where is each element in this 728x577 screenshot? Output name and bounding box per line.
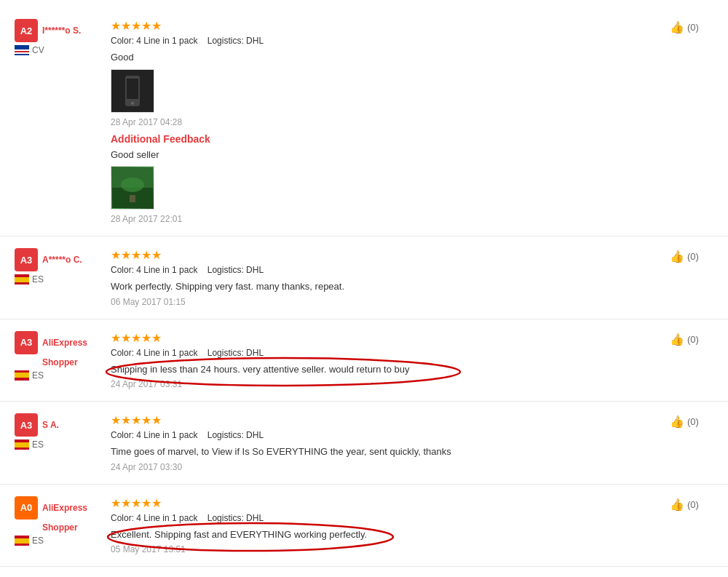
flag-icon [15, 45, 29, 55]
logistics-value: DHL [246, 348, 264, 358]
review-content: ★ ★ ★ ★ ★ Color: 4 Line in 1 pack Logist… [102, 331, 670, 390]
color-value: 4 Line in 1 pack [136, 265, 197, 275]
helpful-count: (0) [687, 499, 699, 510]
helpful-section[interactable]: 👍 (0) [670, 413, 713, 472]
review-text: Shipping in less than 24 hours. very att… [111, 362, 661, 377]
color-value: 4 Line in 1 pack [136, 348, 197, 358]
flag-icon [15, 536, 29, 546]
avatar: A3 [15, 331, 38, 354]
star: ★ [121, 19, 131, 33]
color-value: 4 Line in 1 pack [136, 36, 197, 46]
review-meta: Color: 4 Line in 1 pack Logistics: DHL [111, 265, 661, 275]
review-content: ★ ★ ★ ★ ★ Color: 4 Line in 1 pack Logist… [102, 496, 670, 555]
reviewer-name-row: A0 AliExpress [15, 496, 102, 520]
star: ★ [131, 331, 141, 345]
helpful-section[interactable]: 👍 (0) [670, 496, 713, 555]
star: ★ [121, 413, 131, 427]
country-code: ES [32, 274, 44, 284]
review-meta: Color: 4 Line in 1 pack Logistics: DHL [111, 36, 661, 46]
review-item: A0 AliExpress Shopper ES ★ ★ ★ ★ ★ Color… [0, 485, 728, 568]
thumbs-up-icon: 👍 [670, 498, 684, 512]
color-value: 4 Line in 1 pack [136, 430, 197, 440]
color-label: Color: [111, 513, 136, 523]
stars-row: ★ ★ ★ ★ ★ [111, 331, 661, 345]
helpful-count: (0) [687, 416, 699, 427]
star-half: ★ [151, 496, 162, 510]
helpful-button[interactable]: 👍 (0) [670, 333, 699, 346]
stars-row: ★ ★ ★ ★ ★ [111, 248, 661, 262]
star: ★ [121, 496, 131, 510]
star: ★ [121, 248, 131, 262]
flag-icon [15, 370, 29, 381]
star: ★ [121, 331, 131, 345]
review-meta: Color: 4 Line in 1 pack Logistics: DHL [111, 513, 661, 523]
helpful-count: (0) [687, 251, 699, 262]
reviewer-info: A0 AliExpress Shopper ES [15, 496, 102, 555]
reviewer-info: A3 S A. ES [15, 413, 102, 472]
star: ★ [111, 496, 121, 510]
thumbs-up-icon: 👍 [670, 20, 684, 34]
review-date: 24 Apr 2017 03:30 [111, 462, 661, 472]
svg-point-5 [121, 178, 144, 192]
reviewer-country: CV [15, 45, 102, 55]
logistics-value: DHL [246, 265, 264, 275]
review-item: A3 AliExpress Shopper ES ★ ★ ★ ★ ★ Color… [0, 319, 728, 402]
reviews-container: A2 I******o S. CV ★ ★ ★ ★ ★ Color: 4 Lin… [0, 0, 728, 574]
svg-rect-1 [127, 79, 138, 99]
review-content: ★ ★ ★ ★ ★ Color: 4 Line in 1 pack Logist… [102, 248, 670, 307]
review-image [111, 69, 154, 113]
helpful-button[interactable]: 👍 (0) [670, 415, 699, 429]
review-content: ★ ★ ★ ★ ★ Color: 4 Line in 1 pack Logist… [102, 19, 670, 224]
review-text: Work perfectly. Shipping very fast. many… [111, 279, 661, 294]
review-text: Excellent. Shipping fast and EVERYTHING … [111, 528, 661, 542]
reviewer-country: ES [15, 536, 102, 546]
additional-feedback-image [111, 166, 154, 210]
reviewer-name-row: A2 I******o S. [15, 19, 102, 42]
helpful-button[interactable]: 👍 (0) [670, 498, 699, 512]
reviewer-name-row: A3 A*****o C. [15, 248, 102, 271]
reviewer-info: A2 I******o S. CV [15, 19, 102, 224]
stars-row: ★ ★ ★ ★ ★ [111, 496, 661, 510]
helpful-section[interactable]: 👍 (0) [670, 19, 713, 224]
logistics-label: Logistics: [207, 513, 246, 523]
reviewer-name: AliExpress [42, 338, 87, 348]
color-label: Color: [111, 36, 136, 46]
helpful-section[interactable]: 👍 (0) [670, 331, 713, 390]
stars-row: ★ ★ ★ ★ ★ [111, 413, 661, 427]
reviewer-name: AliExpress [42, 503, 87, 513]
logistics-value: DHL [246, 430, 264, 440]
review-date: 06 May 2017 01:15 [111, 297, 661, 307]
additional-feedback-text: Good seller [111, 148, 661, 162]
country-code: CV [32, 45, 44, 55]
color-label: Color: [111, 430, 136, 440]
helpful-count: (0) [687, 22, 699, 33]
star: ★ [141, 496, 151, 510]
review-content: ★ ★ ★ ★ ★ Color: 4 Line in 1 pack Logist… [102, 413, 670, 472]
logistics-value: DHL [246, 36, 264, 46]
helpful-button[interactable]: 👍 (0) [670, 250, 699, 263]
review-date: 24 Apr 2017 03:31 [111, 379, 661, 389]
review-item: A3 A*****o C. ES ★ ★ ★ ★ ★ Color: 4 Line… [0, 236, 728, 319]
star-half: ★ [151, 413, 162, 427]
thumbs-up-icon: 👍 [670, 333, 684, 346]
avatar: A0 [15, 496, 38, 520]
review-item: A2 I******o S. CV ★ ★ ★ ★ ★ Color: 4 Lin… [0, 7, 728, 236]
helpful-section[interactable]: 👍 (0) [670, 248, 713, 307]
star-half: ★ [151, 248, 162, 262]
reviewer-name-second-line: Shopper [15, 357, 102, 367]
avatar: A2 [15, 19, 38, 42]
star: ★ [141, 413, 151, 427]
helpful-button[interactable]: 👍 (0) [670, 20, 699, 34]
helpful-count: (0) [687, 334, 699, 345]
additional-feedback-date: 28 Apr 2017 22:01 [111, 214, 661, 224]
reviewer-name-row: A3 AliExpress [15, 331, 102, 354]
logistics-label: Logistics: [207, 348, 246, 358]
thumbs-up-icon: 👍 [670, 250, 684, 263]
color-label: Color: [111, 265, 136, 275]
star: ★ [131, 19, 141, 33]
star: ★ [111, 331, 121, 345]
reviewer-name: S A. [42, 420, 59, 430]
review-meta: Color: 4 Line in 1 pack Logistics: DHL [111, 430, 661, 440]
review-item: A3 S A. ES ★ ★ ★ ★ ★ Color: 4 Line in 1 … [0, 402, 728, 485]
reviewer-name: A*****o C. [42, 255, 82, 265]
